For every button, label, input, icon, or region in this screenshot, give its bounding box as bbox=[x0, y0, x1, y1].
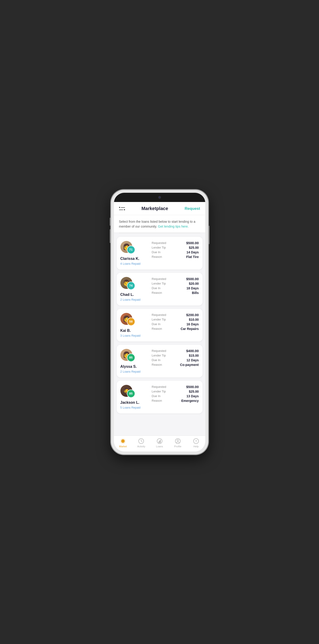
value-due-1: 14 Days bbox=[186, 250, 198, 254]
app-content: Marketplace Request Select from the loan… bbox=[114, 202, 205, 436]
value-reason-4: Co-payment bbox=[180, 363, 199, 366]
help-icon: ? bbox=[193, 438, 199, 444]
filter-icon[interactable] bbox=[119, 206, 125, 212]
page-title: Marketplace bbox=[142, 206, 168, 211]
score-badge-5: 85 bbox=[127, 390, 135, 398]
nav-label-activity: Activity bbox=[137, 445, 145, 448]
svg-rect-6 bbox=[158, 442, 159, 443]
label-requested-5: Requested bbox=[152, 385, 180, 388]
label-tip-4: Lender Tip bbox=[152, 354, 178, 357]
card-right-1: Requested $500.00 Lender Tip $25.00 Due … bbox=[152, 241, 199, 259]
phone-frame: Marketplace Request Select from the loan… bbox=[111, 190, 208, 454]
label-requested-4: Requested bbox=[152, 349, 178, 352]
svg-line-4 bbox=[141, 441, 142, 442]
value-tip-4: $15.00 bbox=[180, 354, 199, 358]
label-tip-5: Lender Tip bbox=[152, 390, 180, 393]
card-left-5: 🧔 85 Jackson L. 5 Loans Repaid bbox=[120, 385, 148, 409]
nav-label-help: Help bbox=[194, 445, 199, 448]
avatar-score-4: 👩 85 bbox=[120, 349, 138, 363]
lending-tips-link[interactable]: Get lending tips here. bbox=[158, 224, 189, 228]
label-reason-5: Reason bbox=[152, 399, 180, 402]
label-tip-2: Lender Tip bbox=[152, 282, 184, 285]
score-badge-4: 85 bbox=[127, 354, 135, 362]
nav-item-profile[interactable]: Profile bbox=[168, 438, 187, 448]
borrower-name-5: Jackson L. bbox=[120, 400, 140, 405]
value-tip-3: $10.00 bbox=[180, 318, 199, 322]
side-button-volume-up bbox=[110, 218, 111, 226]
score-badge-3: 59 bbox=[127, 318, 135, 326]
label-due-4: Due In bbox=[152, 358, 178, 362]
avatar-score-1: 👩 71 bbox=[120, 241, 138, 255]
label-reason-3: Reason bbox=[152, 327, 179, 330]
notch bbox=[144, 194, 174, 201]
card-left-2: 👨 74 Chad L. 2 Loans Repaid bbox=[120, 277, 148, 301]
loans-repaid-3: 3 Loans Repaid bbox=[120, 334, 141, 337]
label-requested-3: Requested bbox=[152, 313, 179, 316]
header: Marketplace Request bbox=[114, 202, 205, 215]
nav-label-loans: Loans bbox=[156, 445, 163, 448]
nav-label-market: Market bbox=[119, 445, 127, 448]
borrower-name-3: Kai B. bbox=[120, 328, 131, 333]
request-button[interactable]: Request bbox=[184, 206, 200, 211]
borrower-name-1: Clarissa K. bbox=[120, 257, 140, 261]
loan-card-5[interactable]: 🧔 85 Jackson L. 5 Loans Repaid Requested… bbox=[117, 381, 202, 414]
bottom-nav: Market Activity bbox=[114, 436, 205, 452]
value-requested-4: $400.00 bbox=[180, 349, 199, 353]
label-due-5: Due In bbox=[152, 394, 180, 398]
label-tip-1: Lender Tip bbox=[152, 246, 184, 249]
nav-item-market[interactable]: Market bbox=[114, 438, 132, 448]
loan-card-1[interactable]: 👩 71 Clarissa K. 4 Loans Repaid Requeste… bbox=[117, 237, 202, 270]
loans-repaid-2: 2 Loans Repaid bbox=[120, 298, 141, 301]
profile-icon bbox=[175, 438, 181, 444]
svg-point-10 bbox=[177, 440, 178, 441]
subtitle-text: Select from the loans listed below to st… bbox=[119, 219, 200, 229]
notch-area bbox=[114, 193, 205, 202]
nav-item-activity[interactable]: Activity bbox=[132, 438, 150, 448]
loans-repaid-1: 4 Loans Repaid bbox=[120, 262, 141, 266]
label-reason-2: Reason bbox=[152, 291, 184, 294]
value-reason-3: Car Repairs bbox=[180, 327, 199, 331]
value-reason-2: Bills bbox=[186, 291, 198, 295]
card-left-4: 👩 85 Alyssa S. 2 Loans Repaid bbox=[120, 349, 148, 373]
borrower-name-4: Alyssa S. bbox=[120, 364, 137, 369]
nav-item-help[interactable]: ? Help bbox=[187, 438, 205, 448]
side-button-volume-down bbox=[110, 229, 111, 243]
value-due-2: 18 Days bbox=[186, 286, 198, 290]
cards-container: 👩 71 Clarissa K. 4 Loans Repaid Requeste… bbox=[114, 233, 205, 417]
svg-rect-7 bbox=[159, 441, 160, 443]
value-reason-1: Flat Tire bbox=[186, 255, 198, 259]
label-due-3: Due In bbox=[152, 322, 179, 326]
label-due-2: Due In bbox=[152, 286, 184, 290]
value-requested-2: $500.00 bbox=[186, 277, 198, 281]
card-right-3: Requested $200.00 Lender Tip $10.00 Due … bbox=[152, 313, 199, 331]
loans-icon bbox=[156, 438, 162, 444]
value-tip-5: $25.00 bbox=[181, 390, 198, 393]
label-requested-1: Requested bbox=[152, 241, 184, 245]
card-left-1: 👩 71 Clarissa K. 4 Loans Repaid bbox=[120, 241, 148, 266]
card-right-4: Requested $400.00 Lender Tip $15.00 Due … bbox=[152, 349, 199, 366]
value-requested-5: $500.00 bbox=[181, 385, 198, 389]
subtitle-area: Select from the loans listed below to st… bbox=[114, 215, 205, 233]
card-right-2: Requested $500.00 Lender Tip $20.00 Due … bbox=[152, 277, 199, 295]
value-due-3: 16 Days bbox=[180, 322, 199, 326]
label-tip-3: Lender Tip bbox=[152, 318, 179, 321]
loans-repaid-4: 2 Loans Repaid bbox=[120, 370, 141, 373]
card-left-3: 👩 59 Kai B. 3 Loans Repaid bbox=[120, 313, 148, 337]
market-icon bbox=[120, 438, 126, 444]
value-tip-1: $25.00 bbox=[186, 246, 198, 250]
loan-card-3[interactable]: 👩 59 Kai B. 3 Loans Repaid Requested $20… bbox=[117, 309, 202, 342]
value-due-4: 12 Days bbox=[180, 358, 199, 362]
activity-icon bbox=[138, 438, 144, 444]
loan-card-4[interactable]: 👩 85 Alyssa S. 2 Loans Repaid Requested … bbox=[117, 345, 202, 378]
label-requested-2: Requested bbox=[152, 277, 184, 280]
value-tip-2: $20.00 bbox=[186, 282, 198, 286]
nav-item-loans[interactable]: Loans bbox=[150, 438, 168, 448]
avatar-score-5: 🧔 85 bbox=[120, 385, 138, 399]
label-reason-4: Reason bbox=[152, 363, 178, 366]
borrower-name-2: Chad L. bbox=[120, 292, 134, 297]
nav-label-profile: Profile bbox=[174, 445, 181, 448]
svg-text:?: ? bbox=[195, 440, 197, 443]
loan-card-2[interactable]: 👨 74 Chad L. 2 Loans Repaid Requested $5… bbox=[117, 273, 202, 306]
camera bbox=[158, 196, 161, 199]
avatar-score-3: 👩 59 bbox=[120, 313, 138, 327]
